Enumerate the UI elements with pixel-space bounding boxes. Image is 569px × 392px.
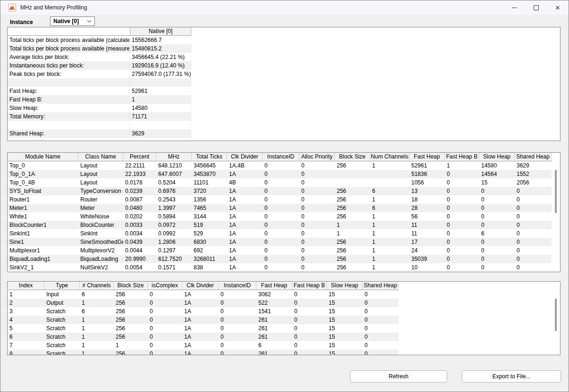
column-header-shared-heap[interactable]: Shared Heap [363, 282, 399, 290]
table-cell: 1 [370, 238, 409, 246]
table-row[interactable]: Slow Heap:14580 [8, 104, 191, 112]
table-cell: 0 [363, 333, 399, 341]
column-header-clk-divider[interactable]: Clk Divider [227, 153, 263, 161]
table-row[interactable]: 1Input625601A030820150 [8, 290, 399, 299]
table-row[interactable] [8, 121, 191, 129]
buffer-table-vertical-scrollbar[interactable] [555, 299, 557, 331]
table-cell: 1 [370, 263, 409, 272]
table-cell: 15480815.2 [130, 44, 191, 53]
table-row[interactable]: 5Scratch125601A02610150 [8, 324, 399, 333]
column-header-instanceid[interactable]: InstanceID [263, 153, 299, 161]
table-cell: 256 [114, 333, 148, 341]
table-cell: 0 [515, 187, 552, 195]
table-row[interactable]: Sine1SineSmoothedGen0.04391.280668301A00… [8, 238, 552, 246]
table-row[interactable]: 8Scratch125601A02610150 [8, 350, 399, 355]
table-row[interactable]: Top_0_1ALayout22.1933647.600734538701A00… [8, 170, 552, 178]
table-row[interactable]: BlockCounter1BlockCounter0.00330.0972519… [8, 221, 552, 229]
column-header-instanceid[interactable]: InstanceID [219, 282, 256, 290]
table-cell: 11101 [192, 178, 227, 187]
table-cell: Router1 [8, 195, 78, 204]
table-row[interactable]: Fast Heap:52961 [8, 87, 191, 95]
maximize-button[interactable] [525, 0, 547, 15]
column-header-alloc-priority[interactable]: Alloc Priority [299, 153, 335, 161]
table-row[interactable]: White1WhiteNoise0.02020.589431441A002561… [8, 212, 552, 221]
table-row[interactable]: Multiplexor1MultiplexorV20.00440.1297692… [8, 246, 552, 255]
instance-dropdown[interactable]: Native [0] [50, 17, 95, 26]
table-cell: 6 [370, 204, 409, 212]
table-cell: Top_0_4B [8, 178, 78, 187]
column-header-index[interactable]: Index [8, 282, 44, 290]
refresh-button[interactable]: Refresh [350, 370, 447, 383]
table-cell: 0 [148, 299, 182, 307]
table-cell: 1356 [192, 195, 227, 204]
column-header-block-size[interactable]: Block Size [114, 282, 148, 290]
table-cell: 2056 [515, 178, 552, 187]
column-header-fast-heap-b[interactable]: Fast Heap B [445, 153, 479, 161]
column-header-slow-heap[interactable]: Slow Heap [327, 282, 363, 290]
table-row[interactable] [8, 78, 191, 87]
table-row[interactable]: Top_0_4BLayout0.01780.5204111014B0010560… [8, 178, 552, 187]
column-header-class-name[interactable]: Class Name [78, 153, 123, 161]
column-header-block-size[interactable]: Block Size [335, 153, 370, 161]
column-header-total-ticks[interactable]: Total Ticks [192, 153, 227, 161]
column-header-type[interactable]: Type [44, 282, 80, 290]
table-cell: 0 [263, 187, 299, 195]
table-cell: 1A [182, 333, 219, 341]
table-row[interactable]: 3Scratch625601A015410150 [8, 307, 399, 316]
column-header-num-channels[interactable]: Num Channels [370, 153, 409, 161]
table-cell: BlockCounter1 [8, 221, 78, 229]
table-row[interactable]: Instantaneous ticks per block:1929016.9 … [8, 61, 191, 70]
table-row[interactable]: Total ticks per block process available … [8, 44, 191, 53]
column-header--channels[interactable]: # Channels [80, 282, 114, 290]
table-cell: 0 [263, 229, 299, 238]
table-row[interactable]: Router1Router0.00870.254313561A002561180… [8, 195, 552, 204]
table-cell: 1A [227, 204, 263, 212]
table-row[interactable]: Meter1Meter0.04801.399774651A00256628000 [8, 204, 552, 212]
column-header-percent[interactable]: Percent [123, 153, 156, 161]
export-to-file-button[interactable]: Export to File... [462, 370, 561, 383]
column-header-mhz[interactable]: MHz [156, 153, 192, 161]
table-cell: 261 [256, 324, 292, 333]
column-header-module-name[interactable]: Module Name [8, 153, 78, 161]
column-header-fast-heap-b[interactable]: Fast Heap B [292, 282, 327, 290]
table-header-row: Module NameClass NamePercentMHzTotal Tic… [8, 153, 552, 161]
column-header-shared-heap[interactable]: Shared Heap [515, 153, 552, 161]
table-cell: 647.6007 [156, 170, 192, 178]
minimize-button[interactable] [503, 0, 525, 15]
column-header-slow-heap[interactable]: Slow Heap [479, 153, 515, 161]
table-cell: 0 [445, 263, 479, 272]
table-row[interactable]: Total Memory:71171 [8, 112, 191, 121]
table-row[interactable]: Total ticks per block process available … [8, 36, 191, 44]
module-table-vertical-scrollbar[interactable] [555, 170, 557, 213]
table-row[interactable]: Top_0Layout22.2111648.121034566451A,4B00… [8, 161, 552, 170]
table-cell: 0 [445, 221, 479, 229]
table-row[interactable]: SinkV2_1NullSinkV20.00540.15718381A00256… [8, 263, 552, 272]
table-cell: 22.1933 [123, 170, 156, 178]
table-cell: 17 [409, 238, 445, 246]
table-cell: 6 [479, 229, 515, 238]
table-cell: 1A [227, 255, 263, 263]
close-button[interactable]: ✕ [547, 0, 569, 15]
table-cell [8, 121, 130, 129]
table-cell: 256 [114, 316, 148, 324]
table-row[interactable]: SinkInt1SinkInt0.00340.09925291A00111106… [8, 229, 552, 238]
table-cell: 0 [219, 324, 256, 333]
table-cell: 0 [148, 350, 182, 355]
table-row[interactable]: Fast Heap B:1 [8, 95, 191, 104]
summary-value-column-header[interactable]: Native [0] [130, 27, 191, 35]
column-header-iscomplex[interactable]: isComplex [148, 282, 182, 290]
table-row[interactable]: Average ticks per block:3456645.4 (22.21… [8, 53, 191, 61]
column-header-fast-heap[interactable]: Fast Heap [409, 153, 445, 161]
column-header-clk-divider[interactable]: Clk Divider [182, 282, 219, 290]
table-row[interactable]: 6Scratch125601A02610150 [8, 333, 399, 341]
table-row[interactable]: Peak ticks per block:27594067.0 (177.31 … [8, 70, 191, 78]
column-header-fast-heap[interactable]: Fast Heap [256, 282, 292, 290]
table-row[interactable]: 4Scratch125601A02610150 [8, 316, 399, 324]
table-cell: Sine1 [8, 238, 78, 246]
table-row[interactable]: 2Output125601A05220150 [8, 299, 399, 307]
table-row[interactable]: Shared Heap:3629 [8, 129, 191, 138]
table-row[interactable]: 7Scratch1101A060150 [8, 341, 399, 350]
title-bar[interactable]: MHz and Memory Profiling ✕ [0, 0, 569, 15]
table-row[interactable]: BiquadLoading1BiquadLoading20.9990612.75… [8, 255, 552, 263]
table-row[interactable]: SYS_toFloatTypeConversion0.02390.6976372… [8, 187, 552, 195]
